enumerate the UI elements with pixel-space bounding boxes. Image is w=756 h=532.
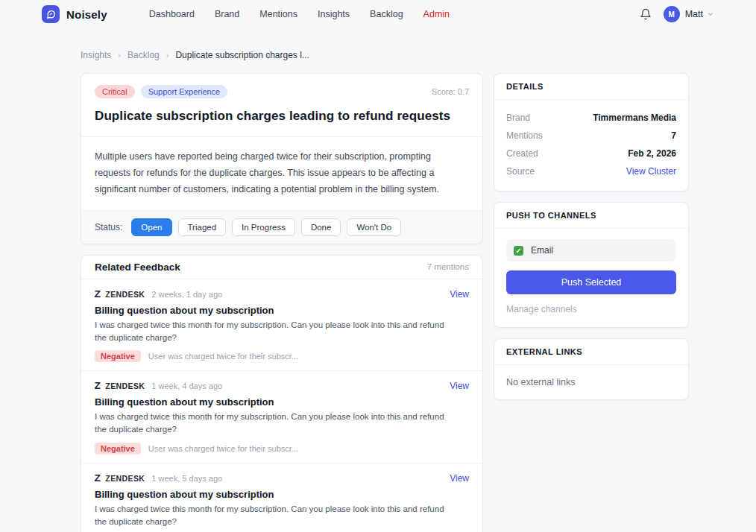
detail-row-mentions: Mentions 7 [506,127,676,145]
feedback-source: ZENDESK [105,290,145,299]
push-selected-button[interactable]: Push Selected [506,270,676,294]
breadcrumb-insights[interactable]: Insights [81,50,111,60]
details-card-title: DETAILS [494,74,688,100]
breadcrumb-separator-icon: › [118,51,121,60]
external-links-empty: No external links [494,365,688,399]
breadcrumb-current: Duplicate subscription charges l... [175,50,309,60]
issue-card: Critical Support Experience Score: 0.7 D… [81,73,483,244]
sentiment-badge: Negative [95,350,141,362]
status-label: Status: [95,222,122,232]
feedback-source: ZENDESK [105,474,145,483]
zendesk-icon: Z [94,290,100,299]
issue-title: Duplicate subscription charges leading t… [95,109,469,124]
feedback-body: I was charged twice this month for my su… [95,411,453,437]
related-feedback-card: Related Feedback 7 mentions Z ZENDESK 2 … [81,255,483,532]
view-link[interactable]: View [450,289,469,300]
detail-label: Brand [506,113,530,123]
email-checkbox[interactable]: ✓ [514,246,523,256]
feedback-title: Billing question about my subscription [95,396,469,408]
external-links-card: EXTERNAL LINKS No external links [494,338,689,400]
issue-score: Score: 0.7 [432,87,469,96]
notifications-bell-icon[interactable] [640,8,652,20]
user-name: Matt [685,9,703,19]
nav-admin[interactable]: Admin [423,9,450,19]
feedback-source: ZENDESK [105,381,145,390]
feedback-body: I was charged twice this month for my su… [95,503,453,529]
feedback-section-title: Related Feedback [95,262,180,273]
nav-dashboard[interactable]: Dashboard [149,9,195,19]
feedback-title: Billing question about my subscription [95,305,469,316]
top-header: Noisely Dashboard Brand Mentions Insight… [0,0,756,28]
detail-row-created: Created Feb 2, 2026 [506,145,676,162]
feedback-timestamp: 1 week, 5 days ago [151,474,222,483]
brand-name: Noisely [66,8,107,21]
feedback-timestamp: 1 week, 4 days ago [151,381,222,390]
push-channels-card: PUSH TO CHANNELS ✓ Email Push Selected M… [494,202,689,328]
breadcrumb-separator-icon: › [166,51,169,60]
channel-label: Email [531,245,553,256]
severity-badge: Critical [95,85,135,98]
status-button-done[interactable]: Done [301,218,341,236]
feedback-summary: User was charged twice for their subscr.… [148,444,298,453]
chat-bubble-icon [46,10,56,19]
category-badge: Support Experience [141,85,228,98]
feedback-summary: User was charged twice for their subscr.… [148,352,298,361]
sidebar: DETAILS Brand Timmermans Media Mentions … [494,73,689,411]
avatar: M [664,6,680,22]
status-button-open[interactable]: Open [131,218,171,236]
breadcrumb-backlog[interactable]: Backlog [127,50,160,60]
main-nav: Dashboard Brand Mentions Insights Backlo… [149,9,450,19]
zendesk-icon: Z [94,474,100,483]
main-column: Critical Support Experience Score: 0.7 D… [81,73,483,532]
zendesk-icon: Z [94,381,100,390]
chevron-down-icon [707,10,714,18]
external-links-title: EXTERNAL LINKS [494,339,688,365]
view-link[interactable]: View [450,473,469,484]
feedback-item: Z ZENDESK 2 weeks, 1 day ago View Billin… [81,279,482,372]
nav-mentions[interactable]: Mentions [259,9,297,19]
nav-backlog[interactable]: Backlog [370,9,403,19]
detail-value: Timmermans Media [593,113,676,123]
mention-count: 7 mentions [427,262,469,271]
details-card: DETAILS Brand Timmermans Media Mentions … [494,73,689,191]
sentiment-badge: Negative [95,443,141,455]
nav-insights[interactable]: Insights [318,9,350,19]
detail-row-brand: Brand Timmermans Media [506,109,676,127]
channel-row-email[interactable]: ✓ Email [506,239,676,262]
manage-channels-link[interactable]: Manage channels [506,304,577,314]
status-bar: Status: Open Triaged In Progress Done Wo… [81,211,482,244]
status-button-triaged[interactable]: Triaged [178,218,227,236]
user-menu[interactable]: M Matt [664,6,714,22]
detail-label: Source [506,166,535,177]
detail-value: Feb 2, 2026 [628,148,676,159]
view-link[interactable]: View [450,381,469,391]
breadcrumb: Insights › Backlog › Duplicate subscript… [81,50,689,60]
detail-value: 7 [671,130,676,141]
push-card-title: PUSH TO CHANNELS [494,203,688,229]
feedback-title: Billing question about my subscription [95,489,469,500]
feedback-item: Z ZENDESK 1 week, 5 days ago View Billin… [81,463,482,532]
status-button-wont-do[interactable]: Won't Do [347,218,401,236]
detail-row-source: Source View Cluster [506,162,676,180]
issue-description: Multiple users have reported being charg… [81,137,482,211]
view-cluster-link[interactable]: View Cluster [626,166,676,177]
detail-label: Mentions [506,130,543,141]
status-button-in-progress[interactable]: In Progress [232,218,295,236]
nav-brand[interactable]: Brand [215,9,239,19]
feedback-body: I was charged twice this month for my su… [95,319,453,345]
app-logo[interactable] [42,5,60,23]
feedback-item: Z ZENDESK 1 week, 4 days ago View Billin… [81,371,482,463]
detail-label: Created [506,148,538,159]
feedback-timestamp: 2 weeks, 1 day ago [151,290,222,299]
